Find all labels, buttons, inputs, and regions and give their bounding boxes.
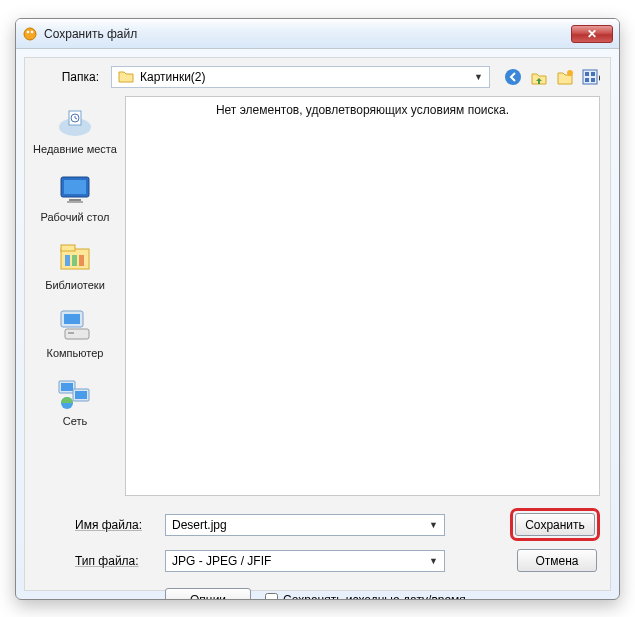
cancel-button[interactable]: Отмена xyxy=(517,549,597,572)
svg-rect-7 xyxy=(591,72,595,76)
svg-rect-19 xyxy=(65,255,70,266)
options-button[interactable]: Опции xyxy=(165,588,251,600)
svg-point-2 xyxy=(31,30,34,33)
computer-icon xyxy=(54,306,96,344)
svg-point-3 xyxy=(505,69,521,85)
svg-rect-20 xyxy=(72,255,77,266)
place-computer[interactable]: Компьютер xyxy=(31,306,119,360)
chevron-down-icon: ▼ xyxy=(474,72,483,82)
save-button[interactable]: Сохранить xyxy=(515,513,595,536)
close-button[interactable]: ✕ xyxy=(571,25,613,43)
titlebar[interactable]: Сохранить файл ✕ xyxy=(16,19,619,49)
main-area: Недавние места Рабочий стол Библиотеки xyxy=(25,96,610,496)
save-file-dialog: Сохранить файл ✕ Папка: Картинки(2) ▼ xyxy=(15,18,620,600)
back-icon[interactable] xyxy=(504,68,522,86)
svg-point-0 xyxy=(24,28,36,40)
svg-rect-16 xyxy=(67,201,83,203)
place-network[interactable]: Сеть xyxy=(31,374,119,428)
filename-input[interactable]: Desert.jpg ▼ xyxy=(165,514,445,536)
svg-point-1 xyxy=(27,30,30,33)
filetype-dropdown[interactable]: JPG - JPEG / JFIF ▼ xyxy=(165,550,445,572)
folder-dropdown[interactable]: Картинки(2) ▼ xyxy=(111,66,490,88)
svg-rect-14 xyxy=(64,180,86,194)
filetype-row: Тип файла: JPG - JPEG / JFIF ▼ Отмена xyxy=(35,547,600,574)
desktop-icon xyxy=(54,170,96,208)
svg-rect-9 xyxy=(591,78,595,82)
place-label: Недавние места xyxy=(31,143,119,156)
svg-rect-21 xyxy=(79,255,84,266)
place-desktop[interactable]: Рабочий стол xyxy=(31,170,119,224)
filetype-value: JPG - JPEG / JFIF xyxy=(172,554,271,568)
preserve-date-input[interactable] xyxy=(265,593,278,600)
up-one-level-icon[interactable] xyxy=(530,68,548,86)
svg-rect-8 xyxy=(585,78,589,82)
views-icon[interactable] xyxy=(582,68,600,86)
chevron-down-icon: ▼ xyxy=(429,520,438,530)
empty-message: Нет элементов, удовлетворяющих условиям … xyxy=(126,97,599,117)
filename-row: Имя файла: Desert.jpg ▼ Сохранить xyxy=(35,508,600,541)
place-label: Компьютер xyxy=(31,347,119,360)
new-folder-icon[interactable] xyxy=(556,68,574,86)
svg-point-4 xyxy=(567,70,573,76)
options-row: Опции Сохранять исходные дату/время xyxy=(35,580,600,600)
folder-current: Картинки(2) xyxy=(140,70,206,84)
network-icon xyxy=(54,374,96,412)
window-title: Сохранить файл xyxy=(44,27,571,41)
filename-label: Имя файла: xyxy=(35,518,155,532)
bottom-panel: Имя файла: Desert.jpg ▼ Сохранить Тип фа… xyxy=(25,496,610,600)
svg-rect-23 xyxy=(64,314,80,324)
svg-rect-29 xyxy=(75,391,87,399)
dialog-content: Папка: Картинки(2) ▼ xyxy=(24,57,611,591)
chevron-down-icon: ▼ xyxy=(429,556,438,566)
filetype-label: Тип файла: xyxy=(35,554,155,568)
svg-rect-27 xyxy=(61,383,73,391)
filename-value: Desert.jpg xyxy=(172,518,227,532)
preserve-date-label: Сохранять исходные дату/время xyxy=(283,593,466,601)
place-libraries[interactable]: Библиотеки xyxy=(31,238,119,292)
places-bar: Недавние места Рабочий стол Библиотеки xyxy=(25,96,125,496)
nav-toolbar xyxy=(496,68,600,86)
place-label: Сеть xyxy=(31,415,119,428)
libraries-icon xyxy=(54,238,96,276)
app-icon xyxy=(22,26,38,42)
save-button-highlight: Сохранить xyxy=(510,508,600,541)
preserve-date-checkbox[interactable]: Сохранять исходные дату/время xyxy=(265,593,466,601)
svg-rect-6 xyxy=(585,72,589,76)
svg-rect-18 xyxy=(61,245,75,251)
place-label: Рабочий стол xyxy=(31,211,119,224)
folder-row: Папка: Картинки(2) ▼ xyxy=(25,58,610,96)
place-recent[interactable]: Недавние места xyxy=(31,102,119,156)
svg-rect-15 xyxy=(69,199,81,201)
file-list-area[interactable]: Нет элементов, удовлетворяющих условиям … xyxy=(125,96,600,496)
folder-label: Папка: xyxy=(35,70,105,84)
recent-places-icon xyxy=(54,102,96,140)
place-label: Библиотеки xyxy=(31,279,119,292)
close-icon: ✕ xyxy=(587,27,597,41)
svg-rect-25 xyxy=(68,332,74,334)
folder-icon xyxy=(118,69,134,86)
